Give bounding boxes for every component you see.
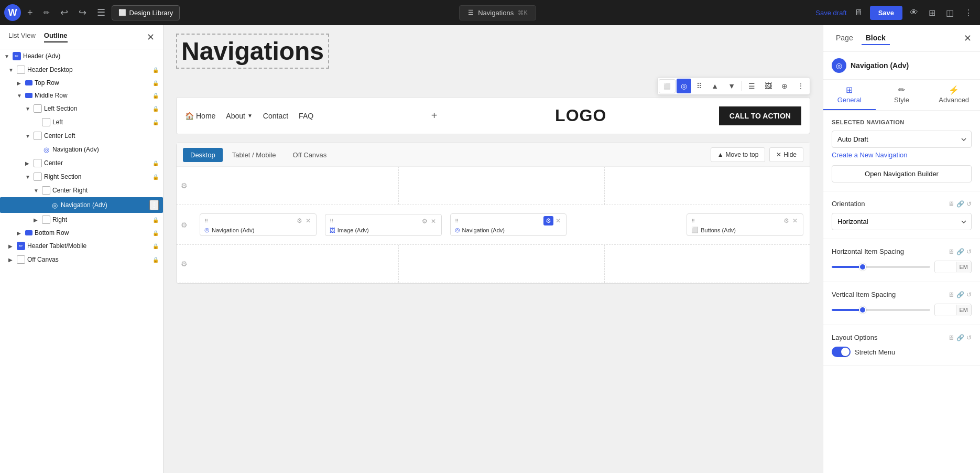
- widget-3-settings-button[interactable]: ⚙: [543, 216, 553, 225]
- move-to-top-button[interactable]: ▲ Move to top: [711, 147, 766, 162]
- save-button[interactable]: Save: [870, 6, 902, 20]
- tree-item-nav-adv-1[interactable]: ◎ Navigation (Adv): [0, 143, 163, 156]
- widget-4-close-button[interactable]: ✕: [791, 216, 799, 225]
- design-library-button[interactable]: ⬜ Design Library: [112, 5, 180, 20]
- layout-link-icon[interactable]: 🔗: [956, 334, 964, 341]
- widget-2-actions: ⚙ ✕: [421, 217, 437, 226]
- more-options-toolbar-button[interactable]: ⋮: [793, 79, 809, 93]
- sub-tab-general[interactable]: ⊞ General: [823, 80, 876, 110]
- blocks-button[interactable]: ☰: [93, 4, 110, 22]
- undo-button[interactable]: ↩: [56, 4, 72, 22]
- tree-item-header-desktop[interactable]: Header Desktop 🔒: [0, 63, 163, 77]
- right-panel-close-button[interactable]: ✕: [964, 33, 972, 44]
- desktop-view-button[interactable]: 🖥: [851, 5, 866, 20]
- redo-button[interactable]: ↪: [74, 4, 91, 22]
- tab-page[interactable]: Page: [832, 31, 857, 45]
- drag-handle-icon[interactable]: ⠿: [691, 218, 695, 224]
- tree-item-bottom-row[interactable]: Bottom Row 🔒: [0, 227, 163, 239]
- nav-pill-button[interactable]: ☰ Navigations ⌘K: [459, 5, 536, 20]
- tree-item-center-right[interactable]: Center Right: [0, 184, 163, 197]
- tree-item-header-adv[interactable]: ✏ Header (Adv): [0, 49, 163, 63]
- tab-desktop[interactable]: Desktop: [183, 148, 223, 162]
- v-spacing-input[interactable]: [935, 304, 956, 316]
- add-block-button[interactable]: +: [23, 4, 37, 22]
- selected-nav-select[interactable]: Auto Draft: [832, 131, 972, 148]
- tab-block[interactable]: Block: [862, 31, 890, 45]
- orientation-reset-icon[interactable]: ↺: [966, 200, 972, 208]
- tree-item-center-left[interactable]: Center Left: [0, 129, 163, 143]
- preview-button[interactable]: 👁: [907, 5, 921, 20]
- widget-4-settings-button[interactable]: ⚙: [782, 216, 790, 225]
- tree-item-right-section[interactable]: Right Section 🔒: [0, 170, 163, 184]
- tab-tablet-mobile[interactable]: Tablet / Mobile: [225, 148, 284, 162]
- orientation-desktop-icon[interactable]: 🖥: [948, 200, 954, 208]
- orientation-select[interactable]: Horizontal: [832, 213, 972, 230]
- nav-faq-link[interactable]: FAQ: [299, 112, 313, 120]
- layout-desktop-icon[interactable]: 🖥: [948, 334, 954, 341]
- row-2-settings-button[interactable]: ⚙: [181, 221, 188, 229]
- stretch-menu-toggle[interactable]: [832, 347, 851, 357]
- align-button[interactable]: ☰: [744, 79, 759, 93]
- nav-add-button[interactable]: +: [426, 108, 443, 124]
- nav-about-link[interactable]: About ▼: [226, 112, 253, 120]
- widget-2-settings-button[interactable]: ⚙: [421, 217, 429, 226]
- widget-1-settings-button[interactable]: ⚙: [296, 216, 303, 225]
- create-nav-link[interactable]: Create a New Navigation: [832, 151, 972, 159]
- nav-contact-link[interactable]: Contact: [263, 112, 288, 120]
- nav-adv-2-more-button[interactable]: ⋮: [149, 200, 159, 210]
- drag-handle-button[interactable]: ⠿: [692, 79, 706, 93]
- tree-item-center[interactable]: Center 🔒: [0, 156, 163, 170]
- orientation-link-icon[interactable]: 🔗: [956, 200, 964, 208]
- left-panel-close-button[interactable]: ✕: [147, 33, 155, 42]
- drag-handle-icon[interactable]: ⠿: [455, 218, 459, 224]
- sub-tab-advanced[interactable]: ⚡ Advanced: [928, 80, 980, 110]
- move-up-button[interactable]: ▲: [707, 79, 723, 93]
- left-panel-header: List View Outline ✕: [0, 25, 163, 49]
- tree-item-left-section[interactable]: Left Section 🔒: [0, 102, 163, 115]
- tree-item-off-canvas[interactable]: Off Canvas 🔒: [0, 253, 163, 266]
- block-title-icon: ◎: [832, 58, 846, 73]
- more-options-button[interactable]: ⋮: [961, 5, 976, 21]
- v-spacing-slider[interactable]: [832, 309, 930, 311]
- wp-logo-icon[interactable]: W: [4, 4, 21, 21]
- v-spacing-reset-icon[interactable]: ↺: [966, 291, 972, 298]
- nav-type-button[interactable]: ◎: [677, 79, 691, 93]
- sidebar-toggle-button[interactable]: ◫: [943, 5, 957, 21]
- select-parent-button[interactable]: ⬜: [659, 79, 676, 93]
- tree-item-right[interactable]: Right 🔒: [0, 213, 163, 227]
- h-spacing-reset-icon[interactable]: ↺: [966, 248, 972, 255]
- tab-list-view[interactable]: List View: [8, 31, 36, 42]
- cta-button[interactable]: CALL TO ACTION: [719, 106, 801, 125]
- open-nav-builder-button[interactable]: Open Navigation Builder: [832, 165, 972, 182]
- v-spacing-link-icon[interactable]: 🔗: [956, 291, 964, 298]
- widget-1-close-button[interactable]: ✕: [304, 216, 312, 225]
- tree-item-nav-adv-2[interactable]: ◎ Navigation (Adv) ⋮: [0, 197, 163, 213]
- drag-handle-icon[interactable]: ⠿: [204, 218, 208, 224]
- widget-2-close-button[interactable]: ✕: [430, 217, 437, 226]
- drag-handle-icon[interactable]: ⠿: [330, 218, 333, 224]
- tree-item-top-row[interactable]: Top Row 🔒: [0, 77, 163, 89]
- add-item-button[interactable]: ⊕: [777, 79, 792, 93]
- tree-item-left[interactable]: Left 🔒: [0, 115, 163, 129]
- widget-3-close-button[interactable]: ✕: [554, 216, 562, 225]
- edit-button[interactable]: ✏: [39, 5, 54, 20]
- tree-item-header-tablet[interactable]: ✏ Header Tablet/Mobile 🔒: [0, 239, 163, 253]
- v-spacing-desktop-icon[interactable]: 🖥: [948, 291, 954, 298]
- layout-reset-icon[interactable]: ↺: [966, 334, 972, 341]
- save-draft-button[interactable]: Save draft: [815, 9, 846, 17]
- tree-item-middle-row[interactable]: Middle Row 🔒: [0, 89, 163, 102]
- image-button[interactable]: 🖼: [760, 79, 776, 93]
- row-3-settings-button[interactable]: ⚙: [181, 260, 188, 268]
- tab-outline[interactable]: Outline: [44, 31, 68, 42]
- move-down-button[interactable]: ▼: [724, 79, 739, 93]
- h-spacing-input[interactable]: [935, 261, 956, 273]
- row-1-settings-button[interactable]: ⚙: [181, 181, 188, 190]
- responsive-icon[interactable]: ⊞: [925, 5, 939, 21]
- sub-tab-style[interactable]: ✏ Style: [876, 80, 928, 110]
- tab-off-canvas[interactable]: Off Canvas: [286, 148, 334, 162]
- h-spacing-link-icon[interactable]: 🔗: [956, 248, 964, 255]
- h-spacing-desktop-icon[interactable]: 🖥: [948, 248, 954, 255]
- nav-home-link[interactable]: 🏠 Home: [185, 112, 215, 120]
- h-spacing-slider[interactable]: [832, 266, 930, 268]
- hide-button[interactable]: ✕ Hide: [769, 147, 803, 162]
